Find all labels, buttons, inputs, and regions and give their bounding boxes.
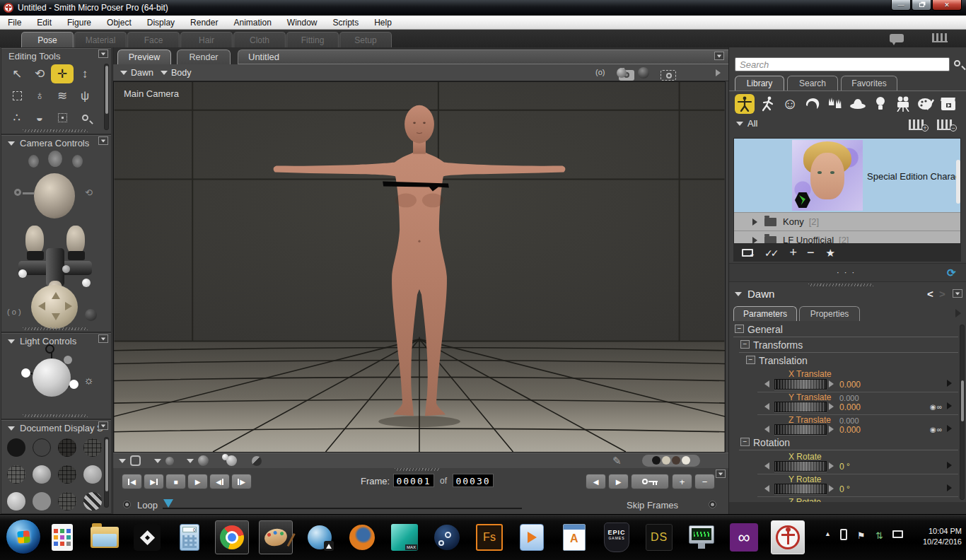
- translate-y-tool-icon[interactable]: ↕: [74, 64, 96, 83]
- tray-expand-icon[interactable]: ▲: [825, 530, 831, 537]
- dial-value[interactable]: 0 °: [839, 484, 850, 494]
- collapse-document-button[interactable]: [714, 52, 724, 60]
- taper-tool-icon[interactable]: ψ: [74, 86, 96, 105]
- more-handle[interactable]: · · ·: [837, 268, 856, 276]
- tab-setup[interactable]: Setup: [339, 32, 392, 47]
- face-camera-trackball[interactable]: [34, 173, 75, 218]
- panel-splitter[interactable]: [808, 284, 873, 286]
- style-smooth-lined-icon[interactable]: [7, 492, 25, 511]
- dial-menu-arrow[interactable]: [947, 425, 952, 432]
- right-hand-camera-icon[interactable]: [72, 155, 83, 168]
- sun-icon[interactable]: ☼: [83, 374, 94, 387]
- tab-preview[interactable]: Preview: [117, 49, 171, 64]
- viewport-3d-scene[interactable]: [113, 81, 726, 453]
- taskbar-chrome[interactable]: [215, 520, 249, 554]
- dial-increment[interactable]: [829, 426, 834, 433]
- key-camera-icon[interactable]: [14, 189, 21, 196]
- library-item-selected[interactable]: Special Edition Charac: [734, 139, 961, 212]
- splitter-handle[interactable]: [23, 414, 88, 417]
- chain-break-tool-icon[interactable]: ∴: [6, 108, 28, 127]
- tab-library[interactable]: Library: [735, 76, 784, 91]
- apply-checks-icon[interactable]: ✓✓: [764, 247, 776, 259]
- view-magnifier-tool-icon[interactable]: [74, 108, 96, 127]
- style-shaded-wire-icon[interactable]: [58, 465, 76, 484]
- add-frames-button[interactable]: +: [672, 474, 692, 489]
- category-hair-icon[interactable]: [803, 94, 822, 114]
- taskbar-firefox[interactable]: [345, 520, 379, 554]
- taskbar-paint[interactable]: [259, 520, 293, 554]
- flash-camera-icon[interactable]: [661, 70, 676, 81]
- taskbar-teamspeak[interactable]: [303, 520, 337, 554]
- tab-render[interactable]: Render: [177, 49, 231, 64]
- dolly-sphere-dark[interactable]: [85, 309, 97, 321]
- light-dot-upper-right[interactable]: [64, 356, 72, 364]
- document-style-icon[interactable]: [130, 455, 141, 466]
- expand-arrow-icon[interactable]: [752, 218, 757, 226]
- twist-tool-icon[interactable]: ♁: [28, 86, 51, 105]
- params-scrollbar[interactable]: [960, 325, 965, 500]
- collapse-camera-button[interactable]: [98, 136, 108, 145]
- section-transforms[interactable]: Transforms: [753, 339, 803, 351]
- scale-tool-icon[interactable]: [6, 86, 28, 105]
- swatch-tan[interactable]: [662, 456, 670, 465]
- next-key-button[interactable]: ▶: [608, 474, 629, 489]
- section-general[interactable]: General: [747, 324, 783, 335]
- category-expression-icon[interactable]: ☺: [780, 94, 800, 114]
- category-cameras-icon[interactable]: [893, 94, 913, 114]
- dial-increment[interactable]: [829, 403, 834, 410]
- section-translation[interactable]: Translation: [759, 355, 808, 366]
- last-frame-button[interactable]: ▶: [144, 474, 164, 489]
- pencil-icon[interactable]: ✎: [612, 455, 622, 467]
- rotate-camera-icon[interactable]: ⟲: [85, 187, 93, 198]
- restore-button[interactable]: [912, 0, 931, 11]
- title-bar[interactable]: Untitled - Smith Micro Poser Pro (64-bit…: [0, 0, 966, 16]
- dial-decrement[interactable]: [764, 485, 769, 492]
- remove-library-icon[interactable]: −: [937, 119, 953, 130]
- all-dropdown-arrow[interactable]: [736, 122, 743, 126]
- aperture-camera-icon[interactable]: (o): [595, 68, 605, 76]
- add-keyframe-button[interactable]: [631, 474, 669, 489]
- collapse-display-button[interactable]: [98, 421, 108, 430]
- collapse-translation-box[interactable]: −: [746, 356, 755, 364]
- menu-object[interactable]: Object: [99, 18, 139, 28]
- menu-edit[interactable]: Edit: [29, 18, 59, 28]
- category-materials-icon[interactable]: [916, 94, 936, 114]
- depth-cue-icon[interactable]: [252, 456, 262, 466]
- next-figure-arrow[interactable]: >: [939, 288, 945, 300]
- chat-bubble-icon[interactable]: [890, 34, 904, 42]
- dial-value[interactable]: 0 °: [839, 462, 850, 472]
- tab-hair[interactable]: Hair: [180, 32, 233, 47]
- keyframe-indicator-icon[interactable]: ◉∞: [930, 426, 943, 433]
- start-button[interactable]: [6, 519, 41, 554]
- tab-favorites[interactable]: Favorites: [841, 76, 897, 91]
- style-flat-shaded-icon[interactable]: [33, 465, 51, 484]
- light-dot-left[interactable]: [21, 368, 30, 378]
- taskbar-daz[interactable]: DS: [642, 520, 676, 554]
- tab-material[interactable]: Material: [74, 32, 127, 47]
- y-translate-dial[interactable]: [774, 402, 827, 412]
- dial-menu-arrow[interactable]: [947, 402, 952, 409]
- dial-increment[interactable]: [829, 462, 834, 469]
- element-style-icon[interactable]: [198, 455, 209, 466]
- figure-style-dropdown-arrow[interactable]: [154, 459, 161, 463]
- menu-display[interactable]: Display: [139, 18, 182, 28]
- style-wireframe-icon[interactable]: [58, 438, 76, 457]
- dial-menu-arrow[interactable]: [947, 462, 952, 469]
- bodypart-selector[interactable]: Body: [161, 68, 192, 78]
- remove-item-icon[interactable]: −: [807, 245, 815, 260]
- taskbar-explorer[interactable]: [88, 520, 122, 554]
- tray-flag-icon[interactable]: ⚑: [857, 530, 866, 541]
- refresh-icon[interactable]: ⟳: [947, 267, 956, 279]
- taskbar-unity[interactable]: [130, 520, 164, 554]
- library-folder-row[interactable]: Kony [2]: [734, 212, 961, 231]
- taskbar-steam[interactable]: [430, 520, 464, 554]
- document-title[interactable]: Untitled: [238, 49, 728, 64]
- prev-figure-arrow[interactable]: <: [927, 288, 933, 300]
- taskbar-3dsmax[interactable]: MAX: [388, 520, 421, 554]
- camera-name-label[interactable]: Main Camera: [124, 88, 179, 99]
- style-texture-wire-icon[interactable]: [58, 492, 76, 511]
- add-folder-icon[interactable]: +: [742, 249, 753, 257]
- menu-render[interactable]: Render: [182, 18, 226, 28]
- menu-file[interactable]: File: [0, 18, 29, 28]
- expand-arrow-icon[interactable]: [752, 237, 757, 244]
